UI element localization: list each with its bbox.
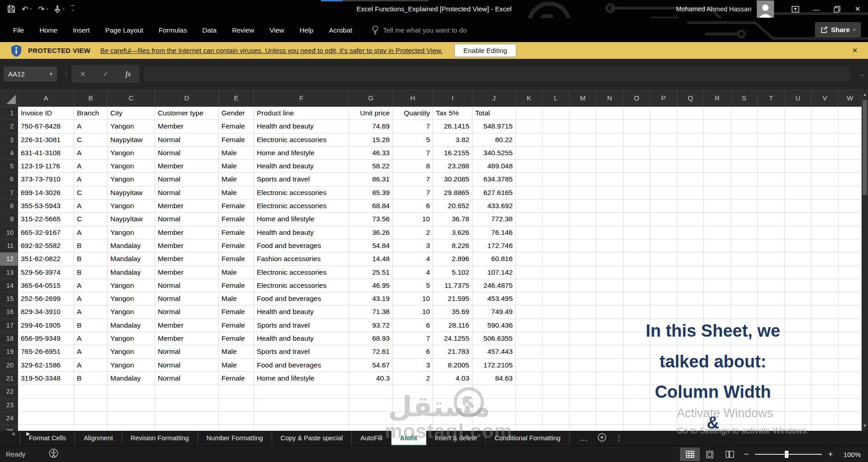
grid-cell[interactable]: C — [74, 186, 108, 200]
grid-cell[interactable] — [650, 160, 677, 173]
grid-cell[interactable] — [542, 266, 570, 279]
grid-cell[interactable] — [839, 213, 862, 226]
grid-cell[interactable] — [811, 160, 839, 173]
grid-cell[interactable] — [570, 425, 596, 431]
grid-cell[interactable]: 4.03 — [433, 372, 472, 385]
grid-cell[interactable]: Health and beauty — [254, 120, 349, 133]
grid-cell[interactable] — [542, 133, 570, 147]
grid-cell[interactable] — [596, 266, 623, 279]
grid-cell[interactable]: Male — [219, 173, 254, 186]
grid-cell[interactable] — [570, 279, 596, 292]
grid-cell[interactable] — [811, 226, 839, 239]
grid-cell[interactable]: 60.816 — [472, 252, 516, 266]
column-header-U[interactable]: U — [785, 89, 811, 107]
grid-cell[interactable] — [108, 412, 155, 425]
grid-cell[interactable]: 329-62-1586 — [18, 359, 74, 372]
grid-cell[interactable] — [542, 345, 570, 358]
row-header-7[interactable]: 7 — [0, 186, 18, 200]
grid-cell[interactable] — [542, 332, 570, 345]
grid-cell[interactable] — [596, 213, 623, 226]
row-header-14[interactable]: 14 — [0, 279, 18, 292]
grid-cell[interactable] — [839, 120, 862, 133]
grid-cell[interactable]: 73.56 — [349, 213, 393, 226]
column-header-J[interactable]: J — [472, 89, 516, 107]
formula-bar-expand-icon[interactable]: ⌄ — [860, 67, 864, 81]
grid-cell[interactable] — [254, 399, 349, 412]
grid-cell[interactable]: Mandalay — [108, 239, 155, 252]
vertical-scroll-thumb[interactable] — [863, 100, 867, 195]
grid-cell[interactable] — [650, 213, 677, 226]
grid-cell[interactable] — [542, 252, 570, 266]
grid-cell[interactable]: 453.495 — [472, 292, 516, 305]
grid-cell[interactable]: 8.226 — [433, 239, 472, 252]
grid-cell[interactable] — [758, 107, 785, 120]
column-header-M[interactable]: M — [570, 89, 596, 107]
grid-cell[interactable] — [839, 305, 862, 319]
grid-cell[interactable]: 40.3 — [349, 372, 393, 385]
grid-cell[interactable]: 10 — [393, 292, 433, 305]
grid-cell[interactable] — [811, 147, 839, 160]
name-box-dropdown-icon[interactable]: ▼ — [49, 71, 57, 76]
grid-cell[interactable]: 749.49 — [472, 305, 516, 319]
grid-cell[interactable] — [839, 252, 862, 266]
grid-cell[interactable] — [219, 412, 254, 425]
grid-cell[interactable] — [758, 120, 785, 133]
grid-cell[interactable]: Normal — [155, 359, 219, 372]
grid-cell[interactable]: 23.288 — [433, 160, 472, 173]
grid-cell[interactable]: 627.6165 — [472, 186, 516, 200]
grid-cell[interactable]: Sports and travel — [254, 319, 349, 332]
grid-cell[interactable]: Female — [219, 120, 254, 133]
grid-cell[interactable]: Normal — [155, 213, 219, 226]
column-header-N[interactable]: N — [596, 89, 623, 107]
grid-cell[interactable] — [596, 200, 623, 213]
row-header-24[interactable]: 24 — [0, 412, 18, 425]
grid-cell[interactable] — [516, 147, 542, 160]
grid-cell[interactable] — [18, 385, 74, 398]
grid-cell[interactable] — [811, 200, 839, 213]
grid-cell[interactable]: Health and beauty — [254, 332, 349, 345]
row-header-15[interactable]: 15 — [0, 292, 18, 305]
grid-cell[interactable]: 590.436 — [472, 319, 516, 332]
grid-cell[interactable] — [596, 147, 623, 160]
grid-cell[interactable]: Gender — [219, 107, 254, 120]
grid-cell[interactable] — [839, 107, 862, 120]
grid-cell[interactable] — [570, 107, 596, 120]
grid-cell[interactable] — [785, 120, 811, 133]
grid-cell[interactable]: A — [74, 332, 108, 345]
grid-cell[interactable] — [677, 107, 704, 120]
formula-input[interactable] — [144, 67, 850, 81]
grid-cell[interactable]: 6 — [393, 200, 433, 213]
grid-cell[interactable]: C — [74, 133, 108, 147]
ribbon-tab-help[interactable]: Help — [292, 18, 321, 42]
grid-cell[interactable] — [219, 425, 254, 431]
column-header-Q[interactable]: Q — [677, 89, 704, 107]
row-header-21[interactable]: 21 — [0, 372, 18, 385]
grid-cell[interactable] — [542, 200, 570, 213]
column-header-A[interactable]: A — [18, 89, 74, 107]
grid-cell[interactable] — [650, 266, 677, 279]
grid-cell[interactable]: Normal — [155, 173, 219, 186]
grid-cell[interactable] — [704, 226, 731, 239]
grid-cell[interactable] — [596, 186, 623, 200]
grid-cell[interactable] — [839, 425, 862, 431]
grid-cell[interactable] — [108, 385, 155, 398]
grid-cell[interactable] — [596, 107, 623, 120]
grid-cell[interactable] — [74, 425, 108, 431]
grid-cell[interactable]: 750-67-8428 — [18, 120, 74, 133]
grid-cell[interactable] — [785, 226, 811, 239]
grid-cell[interactable] — [839, 319, 862, 332]
grid-cell[interactable] — [811, 213, 839, 226]
grid-cell[interactable]: 16.2155 — [433, 147, 472, 160]
grid-cell[interactable] — [704, 279, 731, 292]
grid-cell[interactable] — [758, 133, 785, 147]
grid-cell[interactable]: B — [74, 319, 108, 332]
grid-cell[interactable] — [704, 120, 731, 133]
grid-cell[interactable]: 10 — [393, 305, 433, 319]
new-sheet-icon[interactable] — [598, 433, 606, 443]
grid-cell[interactable] — [349, 399, 393, 412]
grid-cell[interactable] — [542, 160, 570, 173]
grid-cell[interactable]: 54.84 — [349, 239, 393, 252]
grid-cell[interactable]: 24.1255 — [433, 332, 472, 345]
row-header-16[interactable]: 16 — [0, 305, 18, 319]
grid-cell[interactable]: 86.31 — [349, 173, 393, 186]
